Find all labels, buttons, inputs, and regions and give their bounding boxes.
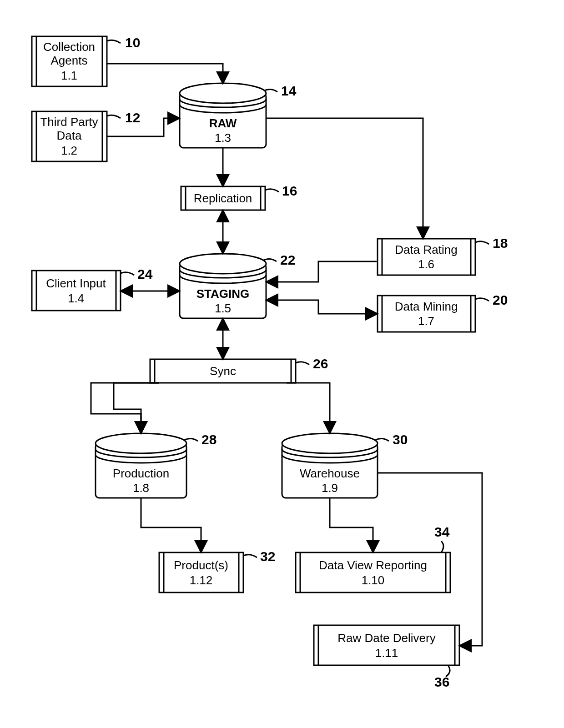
svg-point-11 [180,83,266,103]
svg-text:1.5: 1.5 [215,301,231,315]
svg-text:18: 18 [493,236,508,251]
svg-text:Raw Date Delivery: Raw Date Delivery [337,631,435,645]
node-third-party-data: Third Party Data 1.2 [32,111,107,161]
svg-text:1.11: 1.11 [375,646,398,660]
svg-text:12: 12 [125,110,140,125]
node-staging-db: STAGING 1.5 [180,254,266,318]
node-production-db: Production 1.8 [96,433,186,498]
svg-text:1.4: 1.4 [68,291,84,305]
svg-text:Data Mining: Data Mining [395,300,458,313]
svg-text:1.6: 1.6 [418,257,434,271]
svg-text:1.3: 1.3 [215,131,231,145]
svg-text:Warehouse: Warehouse [300,467,360,480]
node-data-view-reporting: Data View Reporting 1.10 [296,552,450,592]
edge-sync-production-final [91,383,159,432]
svg-text:Replication: Replication [194,191,252,205]
node-data-rating: Data Rating 1.6 [378,239,475,275]
svg-text:Client Input: Client Input [46,276,106,290]
svg-point-21 [180,254,266,274]
svg-text:30: 30 [393,432,408,447]
node-collection-agents: Collection Agents 1.1 [32,36,107,86]
svg-text:20: 20 [493,292,508,307]
svg-text:36: 36 [434,674,449,689]
svg-text:32: 32 [260,549,275,564]
svg-text:26: 26 [313,356,328,371]
svg-text:RAW: RAW [209,116,237,130]
svg-text:1.9: 1.9 [322,481,338,495]
svg-text:1.10: 1.10 [362,573,385,587]
node-products: Product(s) 1.12 [159,552,243,592]
node-client-input: Client Input 1.4 [32,271,121,311]
node-sub: 1.1 [61,69,77,82]
svg-text:1.12: 1.12 [190,573,213,587]
svg-text:34: 34 [434,524,450,539]
svg-text:1.7: 1.7 [418,314,434,328]
svg-text:Data Rating: Data Rating [395,243,457,256]
svg-text:28: 28 [201,432,217,447]
node-label: Collection [43,40,95,54]
node-replication: Replication [181,186,265,210]
svg-text:22: 22 [280,252,295,267]
node-label: Agents [51,54,88,67]
svg-text:1.2: 1.2 [61,144,77,157]
edge-warehouse-reporting [330,498,373,552]
svg-text:Production: Production [113,467,169,480]
svg-text:Data View Reporting: Data View Reporting [319,558,427,572]
svg-text:14: 14 [281,83,297,98]
node-warehouse-db: Warehouse 1.9 [282,433,378,498]
node-raw-db: RAW 1.3 [180,83,266,148]
svg-text:1.8: 1.8 [133,481,149,495]
node-raw-date-delivery: Raw Date Delivery 1.11 [314,625,459,665]
edge-production-products [141,498,201,552]
node-sync: Sync [150,359,296,383]
svg-text:STAGING: STAGING [196,287,250,301]
svg-text:Data: Data [57,129,82,142]
node-data-mining: Data Mining 1.7 [378,296,475,332]
svg-text:Third Party: Third Party [40,115,98,129]
svg-text:Product(s): Product(s) [174,558,228,572]
svg-point-54 [282,433,378,453]
edge-sync-warehouse [287,383,330,432]
svg-text:24: 24 [137,266,153,281]
ref-label: 10 [125,35,140,50]
svg-text:Sync: Sync [210,364,236,378]
svg-text:16: 16 [282,183,297,198]
svg-point-49 [96,433,186,453]
